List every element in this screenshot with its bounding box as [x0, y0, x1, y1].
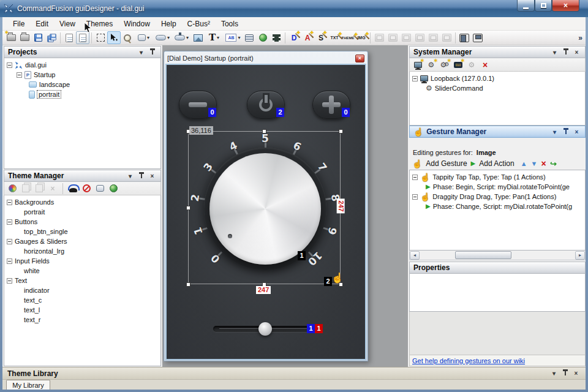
close-button[interactable]: ×	[552, 0, 579, 12]
tree-item[interactable]: white	[4, 266, 160, 276]
collapse-icon[interactable]	[7, 278, 12, 284]
theme-wizard-button[interactable]: THEME	[341, 31, 355, 44]
collapse-icon[interactable]	[7, 62, 12, 68]
align-bottom-button[interactable]	[440, 31, 453, 44]
web-tool-button[interactable]	[256, 31, 270, 44]
add-command-button[interactable]: ⚙✶	[426, 59, 437, 70]
pin-button[interactable]	[137, 172, 146, 180]
copy-theme-button[interactable]	[20, 183, 31, 194]
tree-item[interactable]: horizontal_lrg	[4, 246, 160, 256]
collapse-icon[interactable]	[17, 72, 22, 78]
slider-tool-button[interactable]: ▾	[153, 31, 172, 44]
gesture-row[interactable]: ☝ Tappity Tap Tap, Type: Tap (1 Actions)	[410, 172, 585, 182]
scrollbar-thumb[interactable]	[455, 251, 511, 259]
panel-menu-button[interactable]: ▾	[549, 369, 559, 378]
menu-view[interactable]: View	[54, 18, 81, 30]
gesture-action-row[interactable]: ▶ Phase: Begin, Script: myDial.rotateToP…	[410, 182, 585, 192]
add-system-button[interactable]: ✶	[412, 59, 423, 70]
collapse-icon[interactable]	[7, 239, 12, 244]
dock-vertical-button[interactable]	[471, 31, 484, 44]
tree-row-portrait[interactable]: portrait	[4, 89, 160, 99]
collapse-icon[interactable]	[412, 175, 418, 180]
tree-row-project[interactable]: dial.gui	[4, 60, 160, 70]
wiki-help-link[interactable]: Get help defining gestures on our wiki	[412, 357, 525, 364]
panel-menu-button[interactable]: ▾	[137, 48, 146, 56]
menu-file[interactable]: File	[7, 18, 30, 30]
selection-handle-se[interactable]	[339, 282, 343, 287]
new-project-button[interactable]: ✶	[4, 31, 18, 44]
button-tool-button[interactable]: ▾	[134, 31, 153, 44]
tree-item[interactable]: text_c	[4, 295, 160, 305]
slider-thumb[interactable]	[258, 322, 272, 336]
power-button[interactable]: 2	[247, 91, 285, 119]
plus-button[interactable]: 0	[312, 91, 350, 119]
marquee-select-button[interactable]	[94, 31, 107, 44]
tree-row-command[interactable]: ⚙ SliderCommand	[410, 83, 585, 93]
panel-close-button[interactable]: ×	[572, 48, 581, 56]
pin-button[interactable]	[561, 127, 570, 136]
tab-my-library[interactable]: My Library	[6, 380, 50, 390]
scroll-right-button[interactable]: ▸	[575, 251, 585, 260]
tree-group[interactable]: Buttons	[4, 217, 160, 227]
gauge-tool-button[interactable]: ▾	[172, 31, 191, 44]
panel-close-button[interactable]: ×	[148, 172, 157, 180]
theme-library-header[interactable]: Theme Library ▾ ×	[2, 367, 586, 380]
web-theme-button[interactable]	[108, 183, 119, 194]
add-gesture-button[interactable]: Add Gesture	[426, 159, 467, 168]
design-window-titlebar[interactable]: [Dial Demo] Startup (portrait) ×	[165, 53, 366, 64]
edit-script-button[interactable]	[62, 31, 76, 44]
selection-handle-n[interactable]	[262, 129, 266, 134]
video-tool-button[interactable]	[270, 31, 283, 44]
tree-item[interactable]: portrait	[4, 207, 160, 217]
add-macro-button[interactable]: ⚙⚙✶	[439, 59, 450, 70]
undo-button[interactable]: ↩	[550, 159, 557, 168]
save-button[interactable]	[31, 31, 45, 44]
button-preview-button[interactable]	[94, 183, 105, 194]
tree-group[interactable]: Input Fields	[4, 256, 160, 266]
design-canvas[interactable]: 0 2 0	[165, 64, 366, 360]
save-all-button[interactable]	[45, 31, 58, 44]
panel-close-button[interactable]: ×	[571, 369, 581, 378]
input-tool-button[interactable]: AB▾	[224, 31, 243, 44]
collapse-icon[interactable]	[412, 194, 418, 200]
flip-theme-button[interactable]	[67, 183, 78, 194]
image-wizard-button[interactable]: IMG	[355, 31, 368, 44]
menu-window[interactable]: Window	[118, 18, 156, 30]
align-top-button[interactable]	[413, 31, 426, 44]
collapse-icon[interactable]	[7, 219, 12, 225]
edit-command-button[interactable]: ⚙	[466, 59, 477, 70]
paste-theme-button[interactable]	[34, 183, 45, 194]
add-feedback-button[interactable]: 010✶	[453, 59, 464, 70]
maximize-button[interactable]	[535, 0, 552, 12]
panel-close-button[interactable]: ×	[572, 127, 581, 136]
scroll-left-button[interactable]: ◂	[410, 251, 420, 260]
pin-button[interactable]	[560, 369, 570, 378]
panel-menu-button[interactable]: ▾	[550, 127, 559, 136]
tree-group[interactable]: Gauges & Sliders	[4, 236, 160, 246]
align-right-button[interactable]	[399, 31, 413, 44]
open-project-button[interactable]	[18, 31, 31, 44]
titlebar[interactable]: CommandFusion guiDesigner - dial.gui ×	[0, 0, 588, 17]
menu-help[interactable]: Help	[156, 18, 182, 30]
add-action-button[interactable]: Add Action	[479, 159, 514, 168]
move-down-button[interactable]: ▼	[531, 160, 538, 167]
tree-row-page[interactable]: P Startup	[4, 70, 160, 80]
tree-item[interactable]: text_l	[4, 305, 160, 315]
align-left-button[interactable]	[372, 31, 386, 44]
panel-menu-button[interactable]: ▾	[126, 172, 135, 180]
align-middle-button[interactable]	[426, 31, 440, 44]
text-wizard-button[interactable]: TXT	[328, 31, 341, 44]
tree-item[interactable]: indicator	[4, 285, 160, 295]
design-window-close-button[interactable]: ×	[355, 55, 364, 62]
gesture-action-row[interactable]: ▶ Phase: Change, Script: myDial.rotateTo…	[410, 202, 585, 211]
select-move-tool-button[interactable]	[107, 31, 121, 44]
selection-handle-w[interactable]	[186, 206, 190, 210]
delete-system-button[interactable]: ×	[480, 59, 491, 70]
collapse-icon[interactable]	[412, 76, 418, 81]
move-up-button[interactable]: ▲	[521, 160, 527, 167]
delete-theme-button[interactable]: ×	[47, 183, 58, 194]
minimize-button[interactable]	[517, 0, 535, 12]
panel-menu-button[interactable]: ▾	[550, 48, 559, 56]
tree-row-system[interactable]: Loopback (127.0.0.1)	[410, 74, 585, 83]
list-tool-button[interactable]	[243, 31, 256, 44]
